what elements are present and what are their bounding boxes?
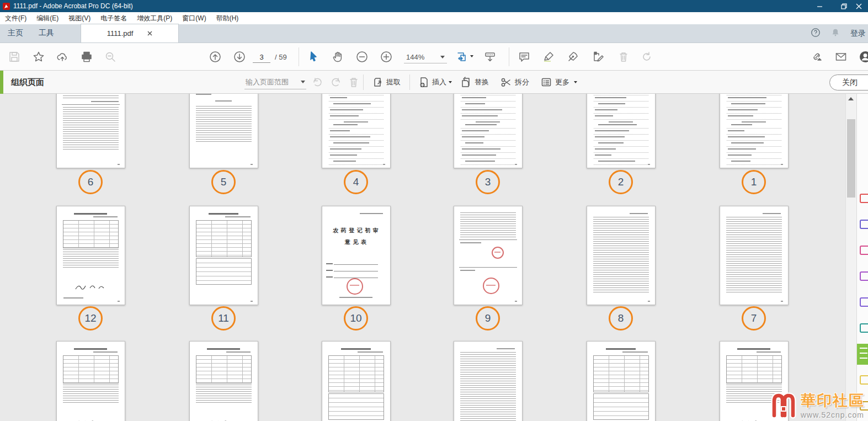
- page-thumbnail[interactable]: [56, 206, 125, 305]
- page-thumbnail[interactable]: [587, 94, 656, 168]
- sign-in-link[interactable]: 登录: [850, 29, 866, 39]
- save-icon[interactable]: [8, 50, 21, 63]
- tab-home[interactable]: 主页: [0, 24, 31, 42]
- page-thumbnail[interactable]: [587, 206, 656, 305]
- insert-caret-icon: [449, 81, 452, 83]
- menu-item[interactable]: 电子签名: [95, 12, 132, 24]
- split-pages-icon[interactable]: [499, 76, 513, 89]
- scroll-up-icon[interactable]: [848, 97, 854, 100]
- rotate-right-icon[interactable]: [329, 76, 343, 89]
- insert-pages-icon[interactable]: [417, 76, 430, 89]
- page-thumbnail[interactable]: [189, 94, 258, 168]
- page-thumbnail[interactable]: [454, 341, 523, 421]
- vertical-scrollbar[interactable]: [845, 94, 856, 421]
- rotate-left-icon[interactable]: [311, 76, 324, 89]
- tool-create-pdf-icon[interactable]: [860, 220, 868, 229]
- page-thumbnail[interactable]: [322, 94, 391, 168]
- comment-icon[interactable]: [518, 50, 531, 63]
- close-window-button[interactable]: [856, 0, 868, 12]
- notifications-bell-icon[interactable]: [830, 28, 840, 40]
- tab-document[interactable]: 1111.pdf: [81, 24, 179, 42]
- extract-pages-button[interactable]: 提取: [386, 71, 401, 94]
- edit-pages-icon[interactable]: [592, 50, 605, 63]
- email-icon[interactable]: [834, 50, 848, 63]
- zoom-caret-icon: [440, 56, 445, 58]
- tool-combine-files-icon[interactable]: [860, 246, 868, 255]
- page-thumbnail[interactable]: [454, 94, 523, 168]
- tool-export-pdf-icon[interactable]: [860, 194, 868, 203]
- page-number-badge: 10: [344, 306, 368, 331]
- menu-item[interactable]: 窗口(W): [177, 12, 211, 24]
- cloud-upload-icon[interactable]: [56, 50, 69, 63]
- page-range-caret-icon: [301, 81, 305, 83]
- fit-width-icon[interactable]: [456, 50, 469, 63]
- page-number-badge: 2: [609, 170, 633, 194]
- zoom-out-icon[interactable]: [355, 50, 369, 63]
- replace-pages-button[interactable]: 替换: [475, 71, 489, 94]
- page-thumbnail[interactable]: [189, 341, 258, 421]
- watermark-url: www.52cnp.com: [801, 411, 864, 419]
- zoom-in-icon[interactable]: [380, 50, 393, 63]
- acrobat-app-icon: [3, 3, 10, 10]
- tools-sidebar: [856, 94, 868, 421]
- page-thumbnail[interactable]: [322, 341, 391, 421]
- close-organize-button[interactable]: 关闭: [829, 74, 868, 90]
- menu-item[interactable]: 增效工具(P): [132, 12, 177, 24]
- minimize-button[interactable]: [807, 0, 832, 12]
- rotate-pages-icon[interactable]: [640, 50, 653, 63]
- page-thumbnails-grid: 6543211211农 药 登 记 初 审意 见 表10987: [0, 94, 868, 421]
- hand-tool-icon[interactable]: [331, 50, 344, 63]
- page-thumbnail[interactable]: [56, 94, 125, 168]
- help-icon[interactable]: [811, 28, 821, 40]
- tool-redact-icon[interactable]: [860, 375, 868, 385]
- tab-tools[interactable]: 工具: [31, 24, 62, 42]
- delete-pages-icon[interactable]: [617, 50, 630, 63]
- fit-width-caret-icon[interactable]: [470, 55, 473, 57]
- more-options-icon[interactable]: [540, 76, 553, 89]
- search-icon[interactable]: [104, 50, 117, 63]
- account-icon[interactable]: [859, 50, 868, 63]
- star-favorites-icon[interactable]: [32, 50, 45, 63]
- zoom-level-value: 144%: [406, 53, 424, 61]
- select-tool-icon[interactable]: [307, 50, 320, 63]
- tool-organize-pages-icon[interactable]: [857, 344, 868, 365]
- page-range-input[interactable]: 输入页面范围: [244, 75, 306, 89]
- page-thumbnail[interactable]: [189, 206, 258, 305]
- page-thumbnail[interactable]: 农 药 登 记 初 审意 见 表: [322, 206, 391, 305]
- zoom-level-select[interactable]: 144%: [404, 51, 447, 63]
- highlight-icon[interactable]: [542, 50, 555, 63]
- page-count-label: / 59: [275, 52, 287, 63]
- page-number-input[interactable]: 3: [253, 52, 270, 63]
- menu-item[interactable]: 帮助(H): [211, 12, 244, 24]
- restore-button[interactable]: [832, 0, 856, 12]
- more-options-button[interactable]: 更多: [555, 71, 569, 94]
- previous-page-icon[interactable]: [209, 50, 222, 63]
- title-bar: 1111.pdf - Adobe Acrobat Pro DC (64-bit): [0, 0, 868, 12]
- split-pages-button[interactable]: 拆分: [515, 71, 529, 94]
- sign-pen-icon[interactable]: [566, 50, 579, 63]
- page-number-badge: 11: [211, 306, 236, 331]
- page-thumbnail[interactable]: [720, 94, 789, 168]
- next-page-icon[interactable]: [233, 50, 246, 63]
- close-document-icon[interactable]: [147, 29, 152, 38]
- insert-pages-button[interactable]: 插入: [432, 71, 446, 94]
- tool-crop-pages-icon[interactable]: [860, 323, 868, 333]
- page-thumbnail[interactable]: [454, 206, 523, 305]
- replace-pages-icon[interactable]: [459, 76, 472, 89]
- page-thumbnail[interactable]: [720, 206, 789, 305]
- scrolling-mode-icon[interactable]: [483, 50, 497, 63]
- tool-edit-pdf-icon[interactable]: [860, 271, 868, 281]
- page-thumbnail[interactable]: [56, 341, 125, 421]
- delete-selected-icon[interactable]: [347, 76, 360, 89]
- scrollbar-thumb[interactable]: [847, 119, 855, 198]
- tool-fill-sign-icon[interactable]: [860, 297, 868, 307]
- menu-item[interactable]: 编辑(E): [31, 12, 63, 24]
- menu-item[interactable]: 文件(F): [0, 12, 31, 24]
- extract-pages-icon[interactable]: [371, 76, 384, 89]
- print-icon[interactable]: [80, 50, 93, 63]
- share-link-icon[interactable]: [810, 50, 823, 63]
- page-number-badge: 8: [609, 306, 633, 331]
- page-thumbnail[interactable]: [587, 341, 656, 421]
- page-number-badge: 3: [476, 170, 500, 194]
- menu-item[interactable]: 视图(V): [63, 12, 95, 24]
